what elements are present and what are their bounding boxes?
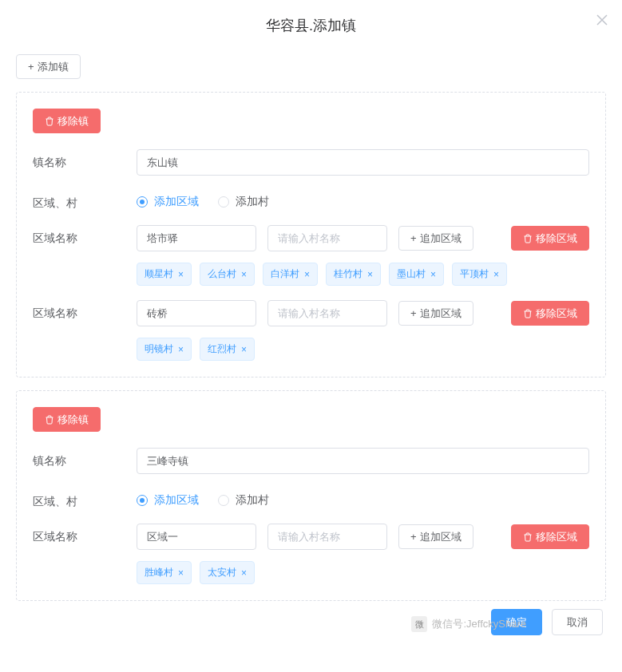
radio-dot-icon: [137, 196, 148, 208]
village-name-input[interactable]: [267, 225, 387, 251]
close-icon[interactable]: ×: [178, 269, 184, 280]
radio-add-area[interactable]: 添加区域: [137, 195, 199, 209]
tag-list: 明镜村×红烈村×: [137, 338, 589, 361]
area-name-label: 区域名称: [33, 300, 137, 321]
close-icon[interactable]: ×: [304, 269, 310, 280]
remove-area-button[interactable]: 移除区域: [511, 301, 589, 326]
village-tag: 明镜村×: [137, 338, 192, 361]
append-area-button[interactable]: +追加区域: [398, 524, 473, 549]
modal-title: 华容县.添加镇: [16, 16, 606, 35]
village-tag: 白洋村×: [263, 263, 318, 286]
trash-icon: [45, 415, 54, 425]
town-panel: 移除镇镇名称区域、村添加区域添加村区域名称+追加区域移除区域胜峰村×太安村×: [16, 390, 606, 601]
trash-icon: [523, 532, 533, 542]
remove-town-button[interactable]: 移除镇: [33, 407, 101, 432]
village-tag: 红烈村×: [200, 338, 255, 361]
area-village-label: 区域、村: [33, 190, 137, 211]
append-area-button[interactable]: +追加区域: [398, 226, 473, 251]
tag-label: 明镜村: [145, 342, 173, 356]
radio-add-area[interactable]: 添加区域: [137, 493, 199, 508]
trash-icon: [45, 117, 54, 126]
trash-icon: [523, 234, 533, 243]
remove-town-label: 移除镇: [57, 116, 89, 126]
cancel-button[interactable]: 取消: [552, 609, 603, 635]
village-tag: 桂竹村×: [326, 263, 381, 286]
modal-root: 华容县.添加镇 + 添加镇 移除镇镇名称区域、村添加区域添加村区域名称+追加区域…: [0, 0, 622, 651]
village-name-input[interactable]: [267, 300, 387, 326]
close-icon[interactable]: [596, 14, 608, 26]
tag-label: 胜峰村: [145, 566, 173, 579]
close-icon[interactable]: ×: [241, 269, 247, 280]
radio-dot-icon: [218, 495, 229, 506]
close-icon[interactable]: ×: [430, 269, 436, 280]
village-tag: 顺星村×: [137, 263, 192, 286]
area-name-input[interactable]: [137, 300, 256, 326]
village-tag: 墨山村×: [389, 263, 444, 286]
tag-label: 平顶村: [460, 267, 489, 281]
radio-dot-icon: [137, 495, 148, 506]
tag-label: 顺星村: [145, 267, 173, 281]
add-town-label: 添加镇: [38, 61, 69, 72]
remove-area-button[interactable]: 移除区域: [511, 524, 589, 549]
town-panel: 移除镇镇名称区域、村添加区域添加村区域名称+追加区域移除区域顺星村×么台村×白洋…: [16, 92, 606, 378]
tag-label: 墨山村: [397, 267, 426, 281]
radio-dot-icon: [218, 196, 229, 208]
confirm-button[interactable]: 确定: [491, 609, 542, 635]
village-tag: 平顶村×: [452, 263, 507, 286]
town-name-input[interactable]: [137, 448, 589, 474]
area-name-label: 区域名称: [33, 225, 137, 246]
close-icon[interactable]: ×: [493, 269, 499, 280]
town-name-label: 镇名称: [33, 149, 137, 170]
close-icon[interactable]: ×: [367, 269, 373, 280]
close-icon[interactable]: ×: [178, 567, 184, 579]
area-name-input[interactable]: [137, 225, 256, 251]
remove-town-button[interactable]: 移除镇: [33, 109, 101, 133]
town-name-label: 镇名称: [33, 448, 137, 468]
tag-label: 桂竹村: [334, 267, 363, 281]
append-area-button[interactable]: +追加区域: [398, 301, 473, 326]
tag-label: 红烈村: [208, 342, 236, 356]
tag-label: 太安村: [208, 566, 236, 579]
area-name-label: 区域名称: [33, 524, 137, 544]
close-icon[interactable]: ×: [241, 567, 247, 579]
trash-icon: [523, 309, 533, 318]
radio-group: 添加区域添加村: [137, 190, 589, 209]
plus-icon: +: [410, 532, 417, 542]
village-tag: 胜峰村×: [137, 561, 192, 584]
close-icon[interactable]: ×: [178, 344, 184, 355]
village-name-input[interactable]: [267, 524, 387, 550]
area-name-input[interactable]: [137, 524, 256, 550]
plus-icon: +: [28, 61, 34, 72]
village-tag: 太安村×: [200, 561, 255, 584]
modal-footer: 确定 取消: [16, 609, 606, 635]
radio-add-village[interactable]: 添加村: [218, 493, 269, 508]
radio-group: 添加区域添加村: [137, 488, 589, 508]
tag-label: 白洋村: [271, 267, 299, 281]
plus-icon: +: [410, 308, 417, 318]
top-actions: + 添加镇: [16, 54, 606, 79]
plus-icon: +: [410, 233, 417, 243]
remove-town-label: 移除镇: [57, 414, 89, 425]
tag-label: 么台村: [208, 267, 236, 281]
remove-area-button[interactable]: 移除区域: [511, 226, 589, 251]
area-village-label: 区域、村: [33, 488, 137, 509]
tag-list: 胜峰村×太安村×: [137, 561, 589, 584]
village-tag: 么台村×: [200, 263, 255, 286]
radio-add-village[interactable]: 添加村: [218, 195, 269, 209]
close-icon[interactable]: ×: [241, 344, 247, 355]
town-name-input[interactable]: [137, 149, 589, 176]
tag-list: 顺星村×么台村×白洋村×桂竹村×墨山村×平顶村×: [137, 263, 589, 286]
add-town-button[interactable]: + 添加镇: [16, 54, 81, 79]
